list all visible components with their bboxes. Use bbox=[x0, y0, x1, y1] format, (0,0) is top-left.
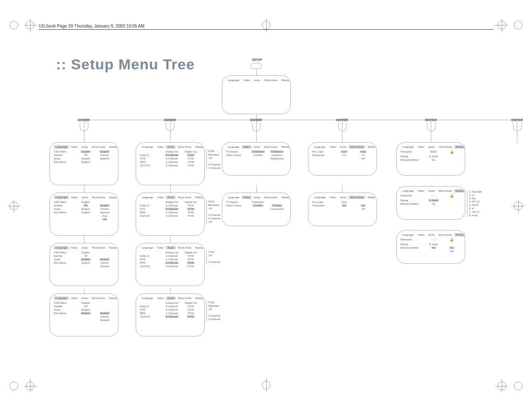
option bbox=[208, 160, 220, 163]
option: PCM bbox=[208, 150, 220, 153]
row-option bbox=[95, 160, 114, 164]
row-label: Subtitle bbox=[54, 254, 76, 258]
lock-icon: 🔒 bbox=[450, 238, 454, 242]
crop-mark bbox=[26, 21, 34, 29]
tabs: LanguageVideoAudioMore-AudioRating bbox=[54, 145, 114, 149]
row-option: Yes bbox=[443, 249, 461, 253]
tab: Audio bbox=[426, 233, 436, 237]
menu-row: Widescreen bbox=[226, 157, 286, 160]
row-value: 6 Channel bbox=[162, 214, 181, 218]
moreaudio-screen: LanguageVideoAudioMore-AudioRating Pro L… bbox=[308, 142, 377, 176]
col-header: Digital Out bbox=[181, 150, 200, 153]
menu-row: Restore Default No No bbox=[401, 246, 461, 249]
option: Off bbox=[208, 254, 220, 258]
tab: More-Audio bbox=[90, 296, 107, 300]
col-header: Digital Out bbox=[181, 251, 200, 254]
row-value: Off bbox=[76, 305, 95, 308]
tabs: Language Video Audio More-Audio Rating bbox=[226, 78, 286, 82]
menu-row: Spanish bbox=[54, 265, 114, 268]
row-value: 8. Adult bbox=[425, 155, 443, 158]
menu-row: MP3 2 Channel PCM bbox=[140, 211, 200, 214]
row-option: French bbox=[95, 261, 114, 265]
row-label: Rating bbox=[401, 243, 425, 246]
row-label: Disc Menu bbox=[54, 311, 76, 315]
row-value: 8. Adult bbox=[425, 199, 443, 202]
option: 2. G bbox=[469, 194, 482, 197]
tab: Video bbox=[69, 196, 79, 199]
menu-row: Rating 8. Adult bbox=[401, 155, 461, 158]
menu-row: Dolby D 6 Channel PCM bbox=[140, 153, 200, 157]
col-header: Analog Out bbox=[162, 200, 181, 204]
menu-row: Video Output S-Video S-Video bbox=[226, 204, 286, 207]
crop-mark bbox=[9, 382, 18, 390]
menu-row: Subtitle Off bbox=[54, 305, 114, 308]
menu-row: TV Aspect Fullscreen Fullscreen bbox=[226, 150, 286, 153]
option: 3. PG bbox=[469, 197, 482, 201]
row-option: Widescreen bbox=[268, 157, 286, 160]
menu-row: Audio English English bbox=[54, 258, 114, 261]
row-option bbox=[443, 199, 461, 202]
tabs: LanguageVideoAudioMore-AudioRating bbox=[401, 145, 461, 149]
option: 2 Channel bbox=[208, 314, 220, 318]
tab: Rating bbox=[193, 145, 204, 149]
option: 6 Channel bbox=[208, 318, 220, 321]
row-value: English bbox=[76, 261, 95, 265]
menu-row: TV Aspect Fullscreen bbox=[226, 200, 286, 204]
col-header: Analog Out bbox=[162, 251, 181, 254]
row-label: Restore Default bbox=[401, 202, 425, 206]
row-value: PCM bbox=[181, 305, 200, 308]
options-list: PCMOff 2 Channel bbox=[206, 251, 220, 264]
row-value: PCM bbox=[181, 211, 200, 214]
row-option: On bbox=[354, 153, 373, 157]
tab: Rating bbox=[280, 196, 290, 199]
row-label: Pro Logic bbox=[312, 150, 335, 153]
tabs: LanguageVideoAudioMore-AudioRating bbox=[140, 145, 200, 149]
menu-row: MP3 2 Channel PCM bbox=[140, 311, 200, 315]
setup-button-icon bbox=[251, 63, 261, 69]
enter-knob bbox=[252, 123, 261, 131]
option bbox=[208, 311, 220, 314]
options-list: PCMBitstreamOff 6 Channel2 ChannelOff bbox=[206, 200, 220, 224]
tab: More-Audio bbox=[176, 296, 193, 300]
row-value: On bbox=[335, 204, 354, 207]
tabs: LanguageVideoAudioMore-AudioRating bbox=[54, 196, 114, 199]
menu-row: DTS 6 Channel PCM bbox=[140, 258, 200, 261]
row-label: Restore Default bbox=[401, 246, 425, 249]
language-screen: LanguageVideoAudioMore-AudioRating OSD M… bbox=[50, 193, 118, 236]
row-label: Audio bbox=[54, 207, 76, 211]
menu-row: Restore Default No bbox=[401, 202, 461, 206]
tab: More-Audio bbox=[437, 145, 454, 149]
row-value: Auto bbox=[335, 150, 354, 153]
row-option: French bbox=[95, 315, 114, 318]
page-title: :: Setup Menu Tree bbox=[56, 56, 195, 73]
tab: Rating bbox=[193, 196, 204, 199]
row-value: 6 Channel bbox=[162, 258, 181, 261]
row-value: - - - - bbox=[425, 150, 443, 155]
enter-label: ENTER bbox=[164, 118, 176, 122]
row-label: OSD Menu bbox=[54, 301, 76, 305]
option: 2 Channel bbox=[208, 167, 220, 170]
menu-row: Auto bbox=[54, 214, 114, 218]
tab: Audio bbox=[80, 196, 90, 199]
root-screen: Language Video Audio More-Audio Rating bbox=[222, 75, 291, 114]
menu-row: CD/VCD 6 Channel PCM bbox=[140, 164, 200, 167]
menu-row: Dolby D 6 Channel PCM bbox=[140, 204, 200, 207]
tab: Rating bbox=[193, 246, 204, 249]
option: PCM bbox=[208, 251, 220, 254]
row-option bbox=[443, 202, 461, 206]
video-screen: LanguageVideoAudioMore-AudioRating TV As… bbox=[222, 193, 291, 226]
row-label: Rating bbox=[401, 155, 425, 158]
option: 6 Channel bbox=[208, 214, 220, 217]
col-header: Analog Out bbox=[162, 150, 181, 153]
option: 2 Channel bbox=[208, 217, 220, 221]
row-value: 6 Channel bbox=[162, 254, 181, 258]
tabs: LanguageVideoAudioMore-AudioRating bbox=[140, 296, 200, 300]
menu-row: Pro Logic Auto bbox=[312, 200, 373, 204]
menu-row: CD/VCD 6 Channel PCM bbox=[140, 315, 200, 318]
row-option bbox=[443, 155, 461, 158]
setup-label: SETUP bbox=[252, 58, 262, 61]
header-row: Analog OutDigital Out bbox=[140, 301, 200, 305]
row-option: Spanish bbox=[95, 157, 114, 160]
row-value: 6 Channel bbox=[162, 153, 181, 157]
option: Bitstream bbox=[208, 305, 220, 308]
